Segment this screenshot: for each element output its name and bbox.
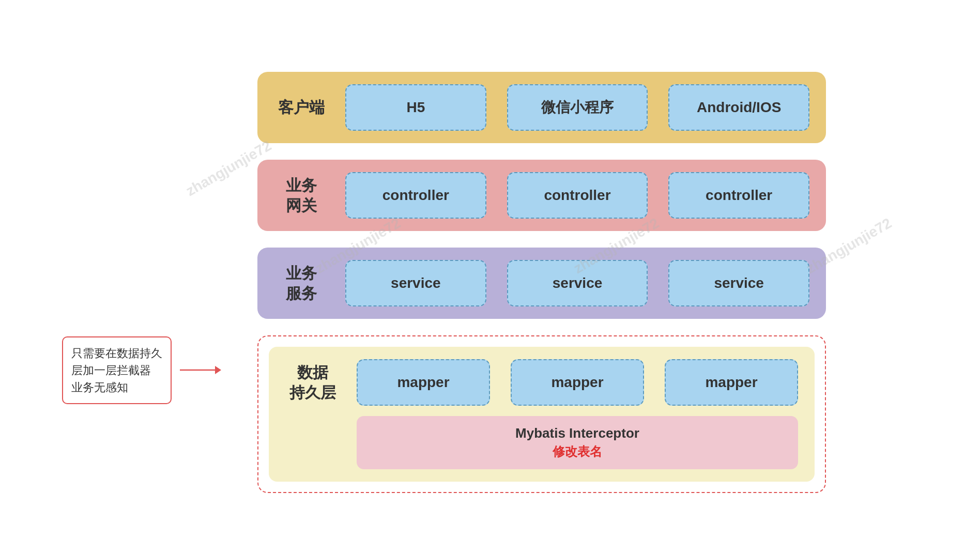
data-layer: 数据 持久层 mapper mapper mapper Mybatis Inte… [269,347,815,482]
service-card-3: service [668,260,809,306]
service-card-2: service [507,260,648,306]
annotation-line3: 业务无感知 [71,381,128,394]
main-diagram: 客户端 H5 微信小程序 Android/IOS 业务 网关 controlle… [257,72,826,493]
mapper-cards: mapper mapper mapper [357,359,798,406]
data-layer-top: 数据 持久层 mapper mapper mapper [289,359,798,406]
annotation-area: 只需要在数据持久 层加一层拦截器 业务无感知 [62,336,221,404]
mapper-card-3: mapper [665,359,798,406]
client-layer-label: 客户端 [278,97,325,117]
service-card-1: service [345,260,486,306]
gateway-card-1: controller [345,172,486,219]
service-cards: service service service [345,260,809,306]
interceptor-title: Mybatis Interceptor [515,425,639,441]
mapper-card-1: mapper [357,359,490,406]
annotation-line1: 只需要在数据持久 [71,347,162,360]
mapper-card-2: mapper [511,359,644,406]
data-layer-label: 数据 持久层 [289,362,336,403]
annotation-line2: 层加一层拦截器 [71,364,151,377]
gateway-cards: controller controller controller [345,172,809,219]
gateway-card-2: controller [507,172,648,219]
service-layer: 业务 服务 service service service [257,248,826,319]
interceptor-box: Mybatis Interceptor 修改表名 [357,416,798,469]
gateway-card-3: controller [668,172,809,219]
interceptor-area: Mybatis Interceptor 修改表名 [357,416,798,469]
annotation-box: 只需要在数据持久 层加一层拦截器 业务无感知 [62,336,172,404]
svg-marker-1 [215,366,221,374]
service-layer-label: 业务 服务 [278,263,325,303]
gateway-layer-label: 业务 网关 [278,175,325,216]
interceptor-subtitle: 修改表名 [553,443,602,460]
data-layer-wrapper: 只需要在数据持久 层加一层拦截器 业务无感知 数据 持久层 mapper map… [257,335,826,493]
client-cards: H5 微信小程序 Android/IOS [345,84,809,131]
client-card-wechat: 微信小程序 [507,84,648,131]
arrow-right [180,362,221,378]
client-card-h5: H5 [345,84,486,131]
gateway-layer: 业务 网关 controller controller controller [257,160,826,231]
client-card-android: Android/IOS [668,84,809,131]
client-layer: 客户端 H5 微信小程序 Android/IOS [257,72,826,143]
